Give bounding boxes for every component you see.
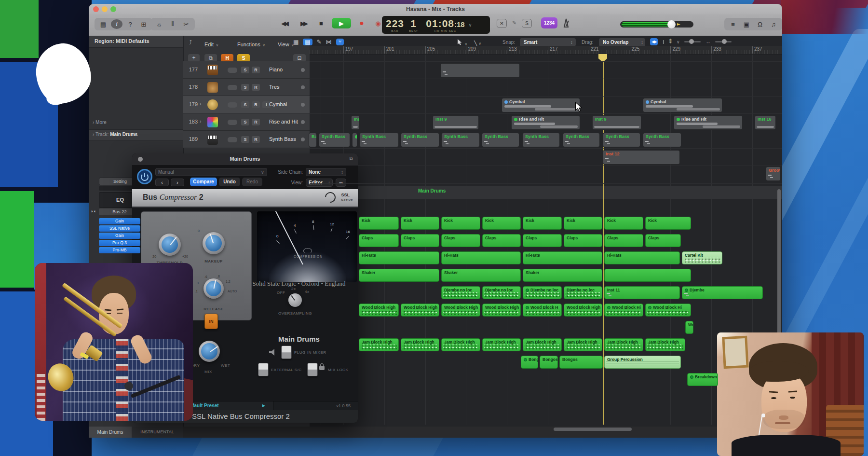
tab-main-drums[interactable]: Main Drums	[89, 427, 132, 438]
window-titlebar[interactable]: Havana - Mix - Tracks	[89, 4, 782, 14]
region-Claps[interactable]: Claps	[441, 234, 480, 247]
region-Kick[interactable]: Kick	[482, 217, 521, 230]
h-zoom-slider[interactable]	[715, 41, 732, 42]
region-Hi-Hats[interactable]: Hi-Hats	[523, 251, 602, 264]
region-inspector-header[interactable]: Region: MIDI Defaults	[95, 38, 149, 44]
tab-instrumental[interactable]: INSTRUMENTAL	[132, 427, 183, 438]
region-Jam Block High[interactable]: Jam Block High	[359, 338, 399, 351]
region-Bong[interactable]: Bong	[521, 356, 538, 369]
region-Synth Bass[interactable]: Synth Bass	[563, 133, 600, 147]
solo-button[interactable]: S	[241, 101, 249, 108]
main-drums-stack-row[interactable]	[310, 186, 782, 199]
disclosure-icon[interactable]: ›	[200, 101, 201, 107]
track-row-piano[interactable]: 177SRPiano	[183, 61, 310, 79]
split-tool-icon[interactable]: ⑂	[336, 39, 344, 45]
region-Djembe no loc[interactable]: Djembe no loc	[441, 286, 480, 299]
horizontal-scrollbar[interactable]	[554, 428, 632, 431]
track-row-rise-and-hit[interactable]: 183›SRRise and Hit	[183, 113, 310, 131]
makeup-knob[interactable]	[203, 232, 225, 254]
solo-button[interactable]: S	[241, 136, 249, 143]
region-Cymbal[interactable]: Cymbal	[643, 98, 722, 112]
solo-button[interactable]: S	[241, 84, 249, 91]
pencil-badge[interactable]: ✎	[510, 19, 519, 27]
channel-plugin-pro-q-3[interactable]: Pro-Q 3	[99, 240, 140, 246]
lcd-chevron-icon[interactable]: ∨	[469, 23, 472, 28]
preset-next-button[interactable]: ›	[171, 179, 184, 186]
region-Rise and Hit[interactable]: Rise and Hit	[674, 115, 743, 130]
region-Inst 16[interactable]: Inst 16	[755, 115, 776, 130]
disclosure-icon[interactable]: ›	[200, 119, 201, 124]
external-sc-toggle[interactable]	[258, 363, 269, 376]
no-input-badge[interactable]: ✕	[497, 19, 507, 28]
region-Kick[interactable]: Kick	[604, 217, 643, 230]
region-Inst 9[interactable]: Inst 9	[592, 115, 641, 130]
smart-controls-icon[interactable]: ☼	[153, 19, 165, 29]
track-onoff-toggle[interactable]	[228, 137, 237, 142]
region-Jam Block High[interactable]: Jam Block High	[441, 338, 480, 351]
region-Rise and Hit[interactable]: Rise and Hit	[511, 115, 580, 130]
h-zoom-icon[interactable]: ↔	[705, 39, 710, 44]
track-onoff-toggle[interactable]	[228, 102, 237, 108]
plugin-power-button[interactable]	[137, 169, 152, 184]
master-volume-slider[interactable]	[620, 21, 693, 28]
v-zoom-slider[interactable]	[684, 41, 701, 42]
region-Kick[interactable]: Kick	[359, 217, 399, 230]
more-disclosure[interactable]: › More	[93, 120, 107, 125]
plugin-preset-field[interactable]: Manual∨	[155, 168, 267, 176]
record-enable-button[interactable]: R	[252, 67, 260, 73]
preset-next-icon[interactable]: ▶	[262, 403, 265, 408]
mix-lock-toggle[interactable]	[307, 363, 318, 376]
region-Jam Block High[interactable]: Jam Block High	[523, 338, 562, 351]
region-Cartel Kit[interactable]: Cartel Kit	[682, 251, 722, 264]
region-Ins[interactable]: Ins	[351, 115, 360, 130]
pencil-tool-icon[interactable]: ✎	[317, 39, 322, 45]
region-Jam Block High[interactable]: Jam Block High	[482, 338, 521, 351]
scissors-icon[interactable]: ✂	[180, 19, 192, 29]
stop-button[interactable]: ■	[315, 18, 327, 28]
link-icon[interactable]: ∞	[336, 179, 346, 187]
preset-prev-button[interactable]: ‹	[155, 179, 169, 186]
region-Synth Bass[interactable]: Synth Bass	[603, 133, 640, 147]
record-enable-button[interactable]: R	[252, 119, 260, 125]
region-Claps[interactable]: Claps	[482, 234, 521, 247]
region-Kick[interactable]: Kick	[523, 217, 562, 230]
region-Wood Block High[interactable]: Wood Block High	[359, 304, 399, 317]
record-enable-button[interactable]: R	[252, 136, 260, 143]
plugin-mixer-toggle[interactable]	[281, 345, 292, 359]
threshold-knob[interactable]	[159, 234, 181, 256]
region-Inst 11[interactable]: Inst 11	[604, 286, 680, 299]
region-Bongos[interactable]: Bongos	[559, 356, 603, 369]
zoom-tool-icon[interactable]: ⁑	[669, 39, 672, 45]
apple-loops-icon[interactable]: Ω	[754, 19, 766, 29]
track-row-synth-bass[interactable]: 189SRSynth Bass	[183, 131, 310, 148]
collapse-icon[interactable]: ∨	[677, 40, 680, 44]
record-button[interactable]: ●	[356, 18, 367, 28]
crossfade-tool-icon[interactable]: ⋈	[326, 39, 332, 45]
region-Inst 12[interactable]: Inst 12	[603, 150, 680, 165]
region-Kick[interactable]: Kick	[645, 217, 691, 230]
plugin-link-icon[interactable]: ⧉	[350, 156, 353, 162]
rewind-button[interactable]: ◀◀	[277, 18, 291, 28]
region-Group Percussion[interactable]: Group Percussion	[604, 356, 681, 369]
region-Djembe no loc[interactable]: Djembe no loc	[564, 286, 602, 299]
region-Hi-Hats[interactable]: Hi-Hats	[359, 251, 439, 264]
track-row-tres[interactable]: 178SRTres	[183, 79, 310, 96]
redo-button[interactable]: Redo	[242, 178, 262, 186]
release-knob[interactable]	[203, 278, 224, 299]
region-Wo[interactable]: Wo	[685, 321, 693, 334]
region-Jam Block High[interactable]: Jam Block High	[604, 338, 643, 351]
side-chain-select[interactable]: None↕	[306, 168, 346, 176]
region-piano-lane[interactable]	[440, 63, 520, 78]
media-browser-icon[interactable]: ▤	[97, 19, 109, 29]
region-Djembe no loc[interactable]: Djembe no loc	[482, 286, 521, 299]
list-editors-icon[interactable]: ≡	[727, 19, 739, 29]
region-Groove[interactable]: Groove	[766, 166, 781, 181]
region-Wood Block High[interactable]: Wood Block High	[401, 304, 439, 317]
region-Synth Bass[interactable]: Synth Bass	[359, 133, 399, 147]
region-Cymbal[interactable]: Cymbal	[502, 98, 580, 112]
browser-icon[interactable]: ♫	[768, 19, 779, 29]
region-Inst 9[interactable]: Inst 9	[433, 115, 479, 130]
region-Kick[interactable]: Kick	[564, 217, 602, 230]
drag-select[interactable]: No Overlap↕	[599, 38, 645, 46]
functions-menu[interactable]: Functions ∨	[237, 40, 265, 48]
